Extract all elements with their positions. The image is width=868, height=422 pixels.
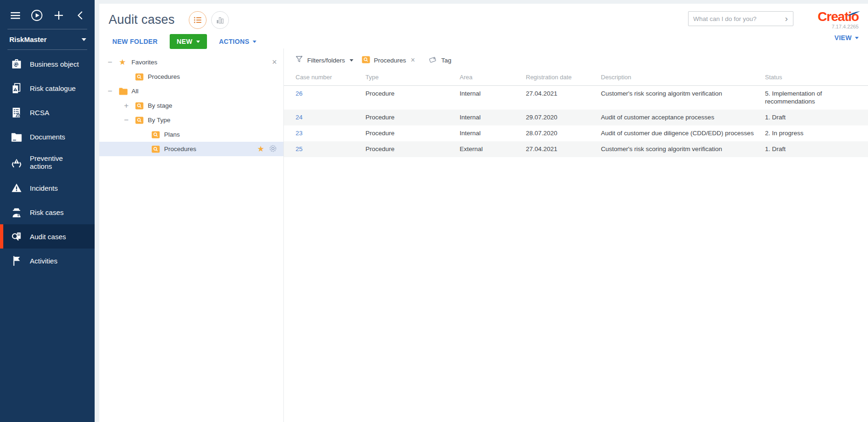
- table-row[interactable]: 26 Procedure Internal 27.04.2021 Custome…: [284, 86, 868, 110]
- collapse-icon[interactable]: −: [124, 116, 135, 124]
- cell-status: 1. Draft: [765, 113, 868, 121]
- activities-icon: [9, 255, 24, 267]
- cell-type: Procedure: [365, 129, 460, 137]
- tree-node-procedures-favorite[interactable]: Procedures: [99, 69, 283, 84]
- workspace-name: RiskMaster: [9, 35, 47, 43]
- collapse-icon[interactable]: −: [108, 87, 119, 95]
- add-icon[interactable]: [52, 8, 66, 22]
- star-icon: ★: [119, 58, 131, 66]
- folder-settings-gear-icon[interactable]: [269, 145, 277, 154]
- active-folder-chip[interactable]: Procedures ×: [362, 56, 415, 65]
- logo-arrow-icon: [847, 6, 861, 19]
- sidebar-item-business-object[interactable]: Business object: [0, 52, 95, 76]
- sidebar-item-label: Risk cases: [30, 208, 64, 216]
- case-number-link[interactable]: 26: [284, 90, 365, 97]
- content-area: − ★ Favorites × Procedures − All: [99, 48, 868, 422]
- expand-icon[interactable]: +: [124, 102, 135, 110]
- view-button[interactable]: VIEW: [834, 34, 859, 42]
- sidebar-item-label: RCSA: [30, 109, 49, 117]
- table-row[interactable]: 25 Procedure External 27.04.2021 Custome…: [284, 141, 868, 157]
- filters-folders-label: Filters/folders: [307, 57, 345, 64]
- business-object-icon: [9, 58, 24, 70]
- table-row[interactable]: 23 Procedure Internal 28.07.2020 Audit o…: [284, 125, 868, 141]
- chart-view-button[interactable]: [211, 11, 229, 29]
- collapse-icon[interactable]: −: [108, 58, 119, 66]
- case-number-link[interactable]: 24: [284, 113, 365, 121]
- tree-node-by-stage[interactable]: + By stage: [99, 98, 283, 113]
- search-go-icon[interactable]: ›: [780, 12, 793, 25]
- cell-registration-date: 28.07.2020: [526, 129, 601, 137]
- process-run-icon[interactable]: [30, 8, 44, 22]
- folder-search-icon: [135, 73, 148, 81]
- sidebar-item-rcsa[interactable]: RCSA: [0, 100, 95, 125]
- cell-status: 5. Implementation of recommendations: [765, 90, 868, 105]
- filters-folders-dropdown[interactable]: Filters/folders: [296, 55, 353, 65]
- favorite-star-icon[interactable]: ★: [257, 144, 264, 154]
- chevron-down-icon: [253, 41, 256, 43]
- tag-icon: [429, 56, 437, 65]
- sidebar-item-preventive-actions[interactable]: Preventive actions: [0, 149, 95, 176]
- cell-registration-date: 27.04.2021: [526, 145, 601, 153]
- collapse-sidebar-icon[interactable]: [73, 8, 87, 22]
- filter-funnel-icon: [296, 55, 303, 65]
- incidents-icon: [9, 182, 24, 194]
- cell-type: Procedure: [365, 113, 460, 121]
- sidebar-item-label: Audit cases: [30, 233, 66, 241]
- actions-button[interactable]: ACTIONS: [219, 38, 256, 45]
- chevron-down-icon: [855, 37, 859, 39]
- risk-catalogue-icon: [9, 82, 24, 95]
- sidebar-item-incidents[interactable]: Incidents: [0, 176, 95, 200]
- tag-filter[interactable]: Tag: [429, 56, 451, 65]
- folder-search-icon: [152, 145, 164, 153]
- sidebar-item-risk-catalogue[interactable]: Risk catalogue: [0, 76, 95, 100]
- page-title: Audit cases: [109, 13, 175, 27]
- cell-status: 1. Draft: [765, 145, 868, 153]
- chevron-down-icon: [350, 59, 353, 62]
- column-header-description[interactable]: Description: [601, 74, 765, 81]
- page-header: Audit cases › Creatio: [99, 4, 868, 48]
- list-view-button[interactable]: [189, 11, 207, 29]
- sidebar-item-documents[interactable]: Documents: [0, 125, 95, 149]
- cell-description: Customer's risk scoring algoritm verific…: [601, 90, 765, 97]
- table-header-row: Case number Type Area Registration date …: [284, 74, 868, 86]
- cell-area: Internal: [460, 90, 526, 97]
- folder-icon: [119, 88, 131, 95]
- column-header-type[interactable]: Type: [365, 74, 460, 81]
- new-folder-button[interactable]: NEW FOLDER: [112, 38, 158, 45]
- tree-node-favorites[interactable]: − ★ Favorites ×: [99, 55, 283, 69]
- tree-node-by-type[interactable]: − By Type: [99, 113, 283, 127]
- close-tree-icon[interactable]: ×: [272, 57, 283, 67]
- tree-node-label: All: [131, 88, 138, 95]
- sidebar-item-label: Business object: [30, 60, 79, 68]
- case-number-link[interactable]: 23: [284, 129, 365, 137]
- grid-pane: Filters/folders Procedures × Tag: [284, 48, 868, 422]
- folder-search-icon: [135, 117, 148, 124]
- column-header-registration-date[interactable]: Registration date: [526, 74, 601, 81]
- new-button[interactable]: NEW: [170, 34, 207, 49]
- sidebar-item-label: Risk catalogue: [30, 84, 76, 92]
- sidebar: RiskMaster Business object Risk catalogu…: [0, 0, 95, 422]
- column-header-status[interactable]: Status: [765, 74, 868, 81]
- tree-node-plans[interactable]: Plans: [99, 127, 283, 142]
- creatio-logo: Creatio: [818, 10, 859, 23]
- column-header-case-number[interactable]: Case number: [284, 74, 365, 81]
- active-folder-label: Procedures: [374, 57, 406, 64]
- hamburger-menu-icon[interactable]: [8, 8, 22, 22]
- case-number-link[interactable]: 25: [284, 145, 365, 153]
- search-input[interactable]: [689, 15, 780, 22]
- sidebar-item-audit-cases[interactable]: Audit cases: [0, 224, 95, 249]
- chevron-down-icon: [82, 38, 86, 41]
- column-header-area[interactable]: Area: [460, 74, 526, 81]
- cell-description: Audit of customer acceptance processes: [601, 113, 765, 121]
- tree-node-procedures[interactable]: Procedures ★: [99, 142, 283, 156]
- sidebar-item-risk-cases[interactable]: Risk cases: [0, 200, 95, 224]
- cell-area: Internal: [460, 113, 526, 121]
- workspace-selector[interactable]: RiskMaster: [0, 29, 95, 49]
- tree-node-label: Procedures: [148, 73, 180, 80]
- remove-folder-filter-icon[interactable]: ×: [411, 56, 415, 64]
- rcsa-icon: [9, 106, 24, 119]
- sidebar-item-activities[interactable]: Activities: [0, 249, 95, 273]
- table-row[interactable]: 24 Procedure Internal 29.07.2020 Audit o…: [284, 110, 868, 125]
- main-panel: Audit cases › Creatio: [99, 4, 868, 422]
- tree-node-all[interactable]: − All: [99, 84, 283, 98]
